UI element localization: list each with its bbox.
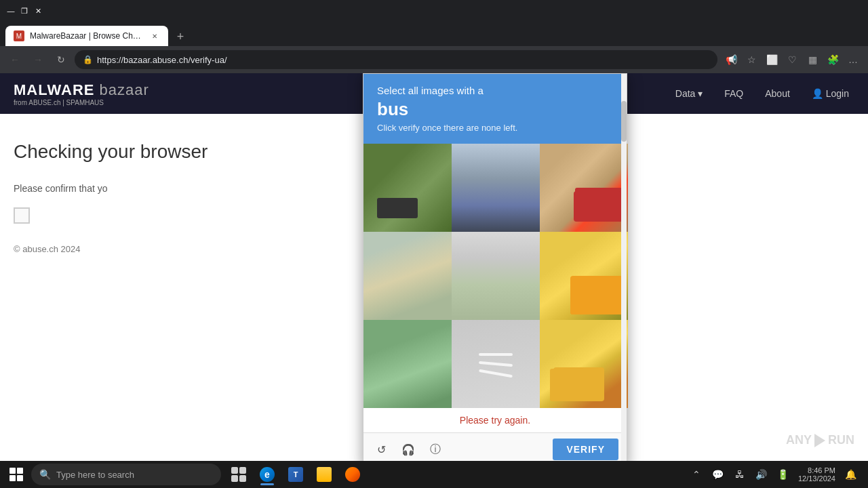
captcha-grid <box>363 144 627 408</box>
new-tab-button[interactable]: + <box>171 27 190 46</box>
start-square-2 <box>17 468 23 474</box>
split-screen-button[interactable]: ⬜ <box>762 50 781 69</box>
taskbar-edge-app[interactable] <box>254 462 281 487</box>
network-icon[interactable]: 🖧 <box>730 465 749 484</box>
captcha-footer: ↺ 🎧 ⓘ VERIFY <box>363 432 627 461</box>
captcha-image-6[interactable] <box>540 232 628 320</box>
nav-faq[interactable]: FAQ <box>719 85 749 102</box>
notifications-bell-icon[interactable]: 🔔 <box>841 465 860 484</box>
chevron-up-icon[interactable]: ⌃ <box>687 465 706 484</box>
captcha-image-8[interactable] <box>452 320 540 408</box>
taskbar-search-placeholder: Type here to search <box>56 470 134 480</box>
taskbar-firefox-app[interactable] <box>339 462 366 487</box>
taskbar-search[interactable]: 🔍 Type here to search <box>31 464 221 485</box>
taskview-button[interactable] <box>225 462 252 487</box>
captcha-footer-icons: ↺ 🎧 ⓘ <box>372 440 445 459</box>
start-square-1 <box>9 468 16 474</box>
taskbar-apps: T <box>225 462 366 487</box>
logo-malware: MALWARE <box>14 81 94 98</box>
page-content: MALWARE bazaar from ABUSE.ch | SPAMHAUS … <box>0 73 868 461</box>
settings-button[interactable]: … <box>844 50 863 69</box>
nav-data[interactable]: Data ▾ <box>670 85 708 102</box>
clock-date: 12/13/2024 <box>798 474 835 483</box>
anyrun-watermark: ANY RUN <box>786 433 854 447</box>
battery-icon[interactable]: 🔋 <box>774 465 793 484</box>
captcha-audio-icon[interactable]: 🎧 <box>399 440 418 459</box>
browser-tab-active[interactable]: M MalwareBazaar | Browse Checkin... ✕ <box>5 26 168 46</box>
verify-button[interactable]: VERIFY <box>553 439 618 460</box>
taskbar-clock[interactable]: 8:46 PM 12/13/2024 <box>795 465 838 484</box>
browser-chrome: — ❒ ✕ M MalwareBazaar | Browse Checkin..… <box>0 0 868 73</box>
notifications-icon[interactable]: 💬 <box>709 465 728 484</box>
start-square-4 <box>17 475 23 481</box>
title-bar: — ❒ ✕ <box>0 0 868 22</box>
minimize-button[interactable]: — <box>5 5 16 16</box>
forward-button[interactable]: → <box>28 50 47 69</box>
watermark-any: ANY <box>786 433 812 447</box>
captcha-instruction: Click verify once there are none left. <box>377 123 613 133</box>
firefox-icon <box>345 467 360 482</box>
tab-close-button[interactable]: ✕ <box>149 30 160 41</box>
captcha-image-2[interactable] <box>452 144 540 232</box>
tv-sq-1 <box>231 467 238 474</box>
human-checkbox[interactable] <box>14 207 30 224</box>
site-nav: Data ▾ FAQ About 👤 Login <box>670 85 854 102</box>
start-square-3 <box>9 475 16 481</box>
tv-sq-2 <box>239 467 246 474</box>
restore-button[interactable]: ❒ <box>19 5 30 16</box>
tab-bar: M MalwareBazaar | Browse Checkin... ✕ + <box>0 22 868 46</box>
captcha-scrollbar[interactable] <box>621 74 627 461</box>
captcha-scrollbar-thumb <box>621 101 627 142</box>
search-icon: 🔍 <box>39 469 51 480</box>
clock-time: 8:46 PM <box>808 466 835 474</box>
url-text: https://bazaar.abuse.ch/verify-ua/ <box>97 55 709 65</box>
tv-sq-4 <box>239 475 246 482</box>
nav-login[interactable]: 👤 Login <box>806 85 854 102</box>
extensions-button[interactable]: 🧩 <box>823 50 842 69</box>
taskbar-right: ⌃ 💬 🖧 🔊 🔋 8:46 PM 12/13/2024 🔔 <box>687 465 865 484</box>
edge-icon <box>260 467 275 482</box>
captcha-image-1[interactable] <box>363 144 452 232</box>
start-button[interactable] <box>3 462 30 487</box>
confirm-text-label: Please confirm that yo <box>14 183 108 194</box>
close-button[interactable]: ✕ <box>33 5 43 16</box>
back-button[interactable]: ← <box>5 50 24 69</box>
volume-icon[interactable]: 🔊 <box>752 465 771 484</box>
favorites-bar-button[interactable]: ♡ <box>783 50 802 69</box>
logo-subtitle: from ABUSE.ch | SPAMHAUS <box>14 99 149 106</box>
watermark-play-icon <box>814 434 825 447</box>
tab-favicon: M <box>14 30 24 41</box>
address-bar-row: ← → ↻ 🔒 https://bazaar.abuse.ch/verify-u… <box>0 46 868 73</box>
captcha-overlay: Select all images with a bus Click verif… <box>363 73 627 461</box>
tv-sq-3 <box>231 475 238 482</box>
captcha-header: Select all images with a bus Click verif… <box>363 74 627 144</box>
taskbar-explorer-app[interactable] <box>311 462 338 487</box>
toolbar-actions: 📢 ☆ ⬜ ♡ ▦ 🧩 … <box>722 50 863 69</box>
site-logo: MALWARE bazaar from ABUSE.ch | SPAMHAUS <box>14 81 149 106</box>
captcha-refresh-icon[interactable]: ↺ <box>372 440 391 459</box>
taskview-icon <box>231 467 246 482</box>
window-controls: — ❒ ✕ <box>5 5 43 16</box>
captcha-image-9[interactable] <box>540 320 628 408</box>
read-aloud-button[interactable]: 📢 <box>722 50 741 69</box>
refresh-button[interactable]: ↻ <box>52 50 71 69</box>
address-bar[interactable]: 🔒 https://bazaar.abuse.ch/verify-ua/ <box>75 50 717 69</box>
nav-about[interactable]: About <box>760 85 795 102</box>
captcha-image-7[interactable] <box>363 320 452 408</box>
captcha-subject: bus <box>377 99 613 120</box>
watermark-run: RUN <box>828 433 854 447</box>
logo-text: MALWARE bazaar <box>14 81 149 99</box>
windows-logo-icon <box>9 468 23 481</box>
captcha-select-text: Select all images with a <box>377 85 613 96</box>
captcha-image-4[interactable] <box>363 232 452 320</box>
captcha-image-5[interactable] <box>452 232 540 320</box>
captcha-try-again: Please try again. <box>363 408 627 432</box>
tab-title: MalwareBazaar | Browse Checkin... <box>30 31 144 41</box>
logo-bazaar: bazaar <box>100 81 149 98</box>
captcha-image-3[interactable] <box>540 144 628 232</box>
taskbar-taskmanager-app[interactable]: T <box>282 462 309 487</box>
collections-button[interactable]: ▦ <box>803 50 822 69</box>
folder-icon <box>317 467 332 482</box>
favorites-button[interactable]: ☆ <box>742 50 761 69</box>
captcha-info-icon[interactable]: ⓘ <box>426 440 445 459</box>
